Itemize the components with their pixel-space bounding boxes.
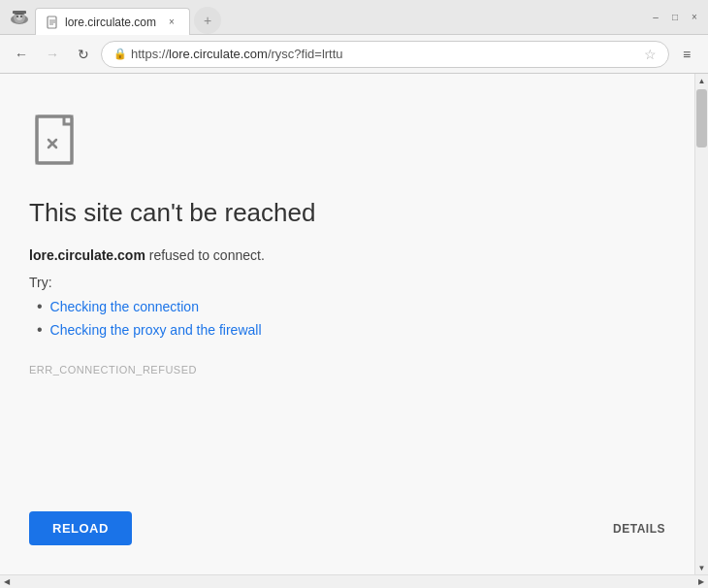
suggestion-list: Checking the connection Checking the pro… xyxy=(29,298,665,344)
ssl-lock-icon: 🔒 xyxy=(113,48,127,60)
url-path: /rysc?fid=lrttu xyxy=(268,47,343,61)
reload-nav-button[interactable]: ↻ xyxy=(70,41,97,68)
forward-button[interactable]: → xyxy=(39,41,66,68)
browser-toolbar: ← → ↻ 🔒 https://lore.circulate.com/rysc?… xyxy=(0,35,708,74)
reload-button[interactable]: RELOAD xyxy=(29,511,132,545)
suggestion-item-1: Checking the connection xyxy=(37,298,665,315)
active-tab[interactable]: lore.circulate.com × xyxy=(35,8,190,35)
window-controls: – □ × xyxy=(650,12,700,23)
error-page: This site can't be reached lore.circulat… xyxy=(0,74,694,574)
error-description-rest: refused to connect. xyxy=(145,247,265,263)
svg-point-2 xyxy=(16,15,22,20)
scroll-right-button[interactable]: ▶ xyxy=(694,575,708,589)
address-bar[interactable]: 🔒 https://lore.circulate.com/rysc?fid=lr… xyxy=(101,41,669,68)
window-close-button[interactable]: × xyxy=(689,12,700,23)
minimize-button[interactable]: – xyxy=(650,12,661,23)
tab-close-button[interactable]: × xyxy=(164,15,179,30)
bottom-scrollbar: ◀ ▶ xyxy=(0,574,708,588)
suggestion-link-2[interactable]: Checking the proxy and the firewall xyxy=(50,322,262,338)
error-description: lore.circulate.com refused to connect. xyxy=(29,247,665,263)
svg-point-4 xyxy=(20,16,22,17)
url-domain: lore.circulate.com xyxy=(169,47,268,61)
scroll-left-button[interactable]: ◀ xyxy=(0,575,14,589)
scroll-up-button[interactable]: ▲ xyxy=(695,74,709,87)
error-icon xyxy=(29,113,91,175)
browser-window: lore.circulate.com × + – □ × ← → ↻ 🔒 htt… xyxy=(0,0,708,588)
error-title: This site can't be reached xyxy=(29,198,665,228)
maximize-button[interactable]: □ xyxy=(669,12,681,23)
url-protocol: https:// xyxy=(131,47,169,61)
scrollbar-thumb[interactable] xyxy=(696,89,707,147)
back-button[interactable]: ← xyxy=(8,41,35,68)
svg-point-3 xyxy=(16,16,18,17)
suggestion-link-1[interactable]: Checking the connection xyxy=(50,299,199,314)
url-text: https://lore.circulate.com/rysc?fid=lrtt… xyxy=(131,47,636,61)
browser-menu-button[interactable]: ≡ xyxy=(673,41,700,68)
scrollbar-track[interactable] xyxy=(695,87,708,561)
tab-area: lore.circulate.com × + xyxy=(35,0,650,34)
try-label: Try: xyxy=(29,275,665,290)
details-button[interactable]: DETAILS xyxy=(613,522,665,536)
title-bar: lore.circulate.com × + – □ × xyxy=(0,0,708,35)
action-row: RELOAD DETAILS xyxy=(29,511,665,545)
browser-logo xyxy=(8,6,31,29)
scroll-down-button[interactable]: ▼ xyxy=(695,561,709,574)
tab-title: lore.circulate.com xyxy=(65,16,160,29)
svg-rect-6 xyxy=(13,11,26,14)
content-area: This site can't be reached lore.circulat… xyxy=(0,74,708,574)
bookmark-star-icon[interactable]: ☆ xyxy=(644,47,657,62)
scrollbar: ▲ ▼ xyxy=(694,74,708,574)
error-domain: lore.circulate.com xyxy=(29,247,145,263)
suggestion-item-2: Checking the proxy and the firewall xyxy=(37,321,665,339)
error-code: ERR_CONNECTION_REFUSED xyxy=(29,364,665,376)
tab-favicon xyxy=(46,16,59,29)
new-tab-button[interactable]: + xyxy=(194,7,221,34)
